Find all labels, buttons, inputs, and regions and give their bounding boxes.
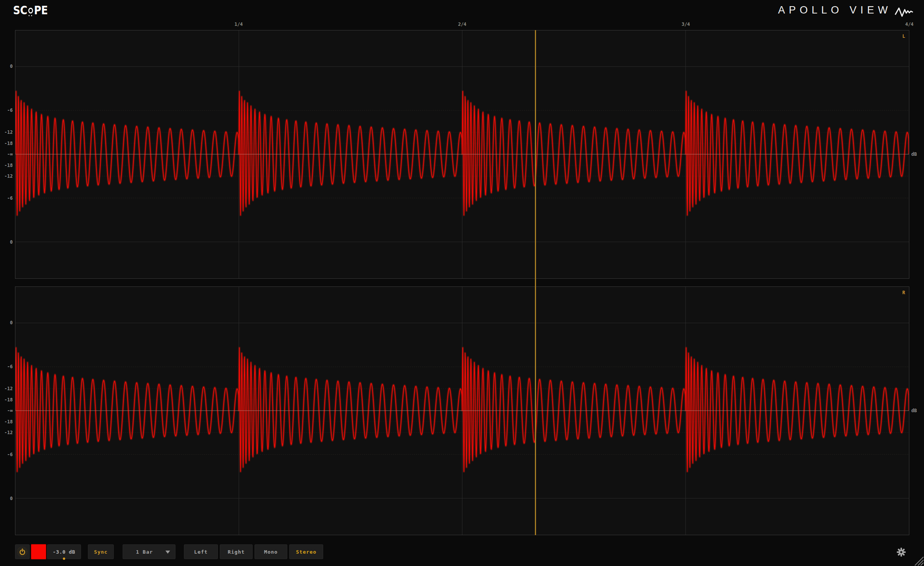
y-axis-label: -12	[0, 174, 13, 179]
y-axis-label: -6	[0, 452, 13, 457]
waveform-right	[15, 287, 909, 535]
channel-button-right[interactable]: Right	[220, 544, 253, 559]
scope-logo: SC PE	[13, 3, 48, 17]
channel-button-left[interactable]: Left	[184, 544, 218, 559]
power-icon	[17, 546, 28, 557]
y-axis-label: -18	[0, 163, 13, 168]
y-axis-label: 0	[0, 496, 13, 501]
channel-badge: R	[902, 290, 905, 295]
sync-button[interactable]: Sync	[88, 544, 114, 559]
scope-logo-text-right: PE	[34, 3, 48, 17]
y-axis-label: -12	[0, 386, 13, 391]
channel-badge: L	[902, 34, 905, 39]
y-axis-label: -∞	[0, 408, 13, 413]
app-title: APOLLO VIEW	[778, 4, 892, 16]
y-axis-label: -6	[0, 364, 13, 369]
scope-display-right-channel[interactable]: R	[15, 286, 909, 535]
x-axis-tick: 4/4	[905, 22, 914, 27]
caret-down-icon	[165, 551, 170, 554]
y-axis-label: 0	[0, 239, 13, 245]
waveform-color-swatch[interactable]	[31, 544, 46, 559]
y-axis-label: -18	[0, 397, 13, 403]
power-button[interactable]	[15, 544, 30, 559]
y-axis-label: -12	[0, 430, 13, 435]
y-axis-label: -6	[0, 108, 13, 113]
scope-logo-o-ring	[28, 8, 33, 13]
gain-label: -3.0 dB	[53, 549, 75, 555]
x-axis-tick: 3/4	[681, 22, 690, 27]
gear-icon	[896, 547, 906, 557]
interval-dropdown[interactable]: 1 Bar	[123, 544, 175, 559]
scope-logo-text-left: SC	[13, 3, 27, 17]
x-axis-tick: 2/4	[458, 22, 467, 27]
y-axis-label: -18	[0, 141, 13, 146]
resize-grip-icon[interactable]	[913, 555, 924, 566]
channel-button-mono[interactable]: Mono	[255, 544, 287, 559]
db-unit-label: dB	[911, 408, 917, 413]
y-axis-label: 0	[0, 64, 13, 69]
waveform-left	[15, 30, 909, 278]
waveform-icon	[895, 5, 913, 18]
y-axis-label: -6	[0, 195, 13, 201]
x-axis-tick: 1/4	[234, 22, 243, 27]
y-axis-label: -18	[0, 419, 13, 424]
y-axis-label: -∞	[0, 152, 13, 157]
channel-button-stereo[interactable]: Stereo	[289, 544, 323, 559]
scope-display-left-channel[interactable]: L	[15, 30, 909, 279]
y-axis-label: -12	[0, 130, 13, 135]
y-axis-label: 0	[0, 320, 13, 325]
playhead-line	[535, 30, 536, 535]
gain-value[interactable]: -3.0 dB	[47, 544, 81, 559]
db-unit-label: dB	[911, 152, 917, 157]
interval-label: 1 Bar	[136, 549, 153, 555]
settings-gear-button[interactable]	[895, 546, 907, 558]
gain-indicator-dot	[63, 558, 65, 560]
